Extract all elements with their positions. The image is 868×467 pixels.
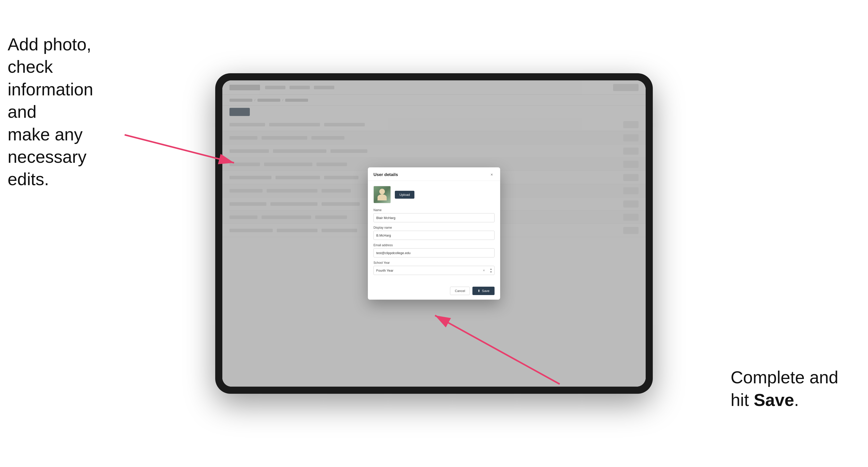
save-label: Save [482,289,490,293]
annot-left-line1: Add photo, check [8,33,110,78]
school-year-label: School Year [373,261,495,264]
upload-photo-button[interactable]: Upload [395,191,414,199]
display-name-label: Display name [373,226,495,229]
email-input[interactable] [373,248,495,257]
modal-title: User details [373,172,398,177]
school-year-field-group: School Year × ▲ ▼ [373,261,495,275]
photo-thumbnail [373,186,391,203]
name-field-group: Name [373,208,495,222]
save-button[interactable]: ⬆ Save [472,287,495,295]
annotation-left: Add photo, check information and make an… [8,33,110,190]
select-controls: × ▲ ▼ [480,266,495,275]
annotation-right: Complete and hit Save. [731,366,858,411]
photo-section: Upload [373,186,495,203]
tablet-device: / / [215,73,653,394]
name-label: Name [373,208,495,212]
modal-overlay: User details × Upload Name [222,81,646,386]
annot-right-line1: Complete and [731,366,858,388]
annot-right-bold: Save [754,390,794,409]
tablet-screen: / / [222,81,646,386]
select-arrow-button[interactable]: ▲ ▼ [488,266,495,275]
annot-right-text: hit [731,390,754,409]
annot-left-line4: necessary edits. [8,146,110,190]
email-label: Email address [373,243,495,247]
modal-header: User details × [368,167,500,181]
user-details-modal: User details × Upload Name [368,167,500,300]
annot-left-line3: make any [8,123,110,146]
name-input[interactable] [373,213,495,222]
school-year-input[interactable] [373,266,495,275]
annot-left-line2: information and [8,78,110,123]
modal-footer: Cancel ⬆ Save [368,284,500,300]
display-name-input[interactable] [373,231,495,240]
modal-close-button[interactable]: × [489,172,495,178]
annot-right-end: . [794,390,799,409]
display-name-field-group: Display name [373,226,495,240]
email-field-group: Email address [373,243,495,257]
annot-right-line2: hit Save. [731,388,858,411]
select-clear-button[interactable]: × [480,266,488,275]
save-icon: ⬆ [477,289,480,293]
cancel-button[interactable]: Cancel [450,287,470,295]
modal-body: Upload Name Display name Email addre [368,181,500,284]
user-photo [374,186,391,203]
school-year-select-wrapper: × ▲ ▼ [373,266,495,275]
